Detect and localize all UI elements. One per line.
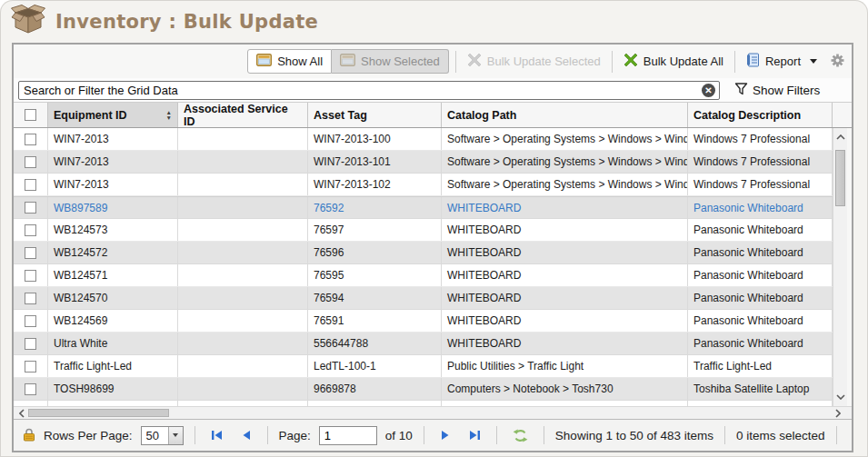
row-checkbox[interactable] — [25, 202, 36, 214]
scroll-left-icon[interactable] — [15, 407, 29, 419]
cell-equipment-id: Ultra White — [48, 333, 178, 354]
search-band: ✕ Show Filters — [14, 78, 852, 103]
table-row[interactable]: Traffic Light-Led LedTL-100-1 Public Uti… — [14, 355, 833, 378]
refresh-button[interactable] — [508, 429, 533, 442]
gear-icon — [831, 54, 844, 70]
row-checkbox[interactable] — [25, 247, 36, 259]
cell-asset-tag: 76597 — [308, 219, 442, 241]
cell-asset-tag: 76595 — [308, 264, 442, 286]
cell-associated-service-id — [178, 174, 308, 195]
footer-separator — [424, 426, 424, 444]
cell-catalog-description: Panasonic Whiteboard — [688, 333, 833, 354]
row-checkbox[interactable] — [25, 361, 36, 373]
cell-catalog-path: Software > Operating Systems > Windows >… — [442, 174, 688, 195]
cell-asset-tag: 76592 — [308, 197, 442, 218]
row-checkbox-cell — [14, 174, 48, 195]
next-page-button[interactable] — [435, 430, 455, 441]
previous-page-button[interactable] — [236, 430, 256, 441]
cell-asset-tag: 9669878 — [308, 378, 442, 400]
horizontal-scroll-thumb[interactable] — [28, 409, 169, 417]
footer-separator — [496, 426, 497, 444]
show-all-grid-icon — [256, 54, 272, 69]
report-notebook-icon — [746, 53, 760, 70]
select-all-checkbox[interactable] — [25, 109, 36, 121]
show-filters-button[interactable]: Show Filters — [734, 82, 820, 98]
cell-catalog-path: WHITEBOARD — [442, 242, 688, 263]
column-header-associated-service-id[interactable]: Associated Service ID — [178, 103, 308, 127]
column-header-catalog-path[interactable]: Catalog Path — [442, 103, 688, 127]
table-row[interactable]: WIN7-2013 WIN7-2013-102 Software > Opera… — [14, 174, 833, 196]
show-filters-label: Show Filters — [753, 84, 820, 97]
items-selected-status: 0 items selected — [736, 429, 825, 442]
cell-catalog-description: Windows 7 Professional — [688, 151, 833, 173]
report-label: Report — [765, 55, 801, 68]
rows-per-page-select[interactable]: 50 — [141, 426, 184, 445]
vertical-scroll-thumb[interactable] — [835, 150, 845, 206]
row-checkbox[interactable] — [25, 134, 36, 145]
bulk-update-selected-button[interactable]: Bulk Update Selected — [463, 50, 605, 73]
row-checkbox[interactable] — [25, 315, 36, 327]
page-label: Page: — [279, 429, 311, 442]
scroll-right-icon[interactable] — [831, 407, 845, 419]
table-row[interactable]: WB124569 76591 WHITEBOARD Panasonic Whit… — [14, 310, 833, 333]
grid-header: Equipment ID ▲▼ Associated Service ID As… — [14, 103, 852, 128]
column-header-equipment-id[interactable]: Equipment ID ▲▼ — [48, 103, 178, 127]
column-header-asset-tag[interactable]: Asset Tag — [308, 103, 442, 127]
table-row[interactable]: WB124572 76596 WHITEBOARD Panasonic Whit… — [14, 242, 833, 264]
horizontal-scrollbar[interactable] — [14, 406, 852, 419]
page-number-input[interactable] — [319, 426, 377, 445]
report-button[interactable]: Report — [742, 50, 822, 73]
show-all-button[interactable]: Show All — [247, 49, 332, 74]
row-checkbox[interactable] — [25, 179, 36, 191]
row-checkbox[interactable] — [25, 383, 36, 395]
scroll-up-icon[interactable] — [833, 130, 847, 144]
row-checkbox[interactable] — [25, 270, 36, 282]
row-checkbox-cell — [14, 287, 48, 309]
toolbar: Show All Show Selected Bulk Update Selec… — [14, 45, 852, 78]
scroll-down-icon[interactable] — [833, 390, 847, 404]
table-row[interactable]: Ultra White 556644788 WHITEBOARD Panason… — [14, 333, 833, 355]
row-checkbox[interactable] — [25, 156, 36, 168]
cell-catalog-path: Computers > Notebook > Tosh730 — [442, 378, 688, 400]
table-row[interactable]: WB124571 76595 WHITEBOARD Panasonic Whit… — [14, 264, 833, 287]
cell-catalog-path: WHITEBOARD — [442, 219, 688, 241]
sort-indicator-icon: ▲▼ — [166, 110, 172, 120]
row-checkbox[interactable] — [25, 338, 36, 350]
cell-associated-service-id — [178, 151, 308, 173]
search-input[interactable] — [18, 81, 720, 100]
cell-catalog-path: WHITEBOARD — [442, 310, 688, 332]
cell-catalog-description: Panasonic Whiteboard — [688, 287, 833, 309]
vertical-scrollbar[interactable] — [833, 128, 847, 406]
showing-items-status: Showing 1 to 50 of 483 items — [555, 429, 713, 442]
page-total-label: of 10 — [385, 429, 413, 442]
bulk-update-selected-icon — [467, 53, 482, 70]
cell-asset-tag: 76594 — [308, 287, 442, 309]
cell-asset-tag: 76591 — [308, 310, 442, 332]
row-checkbox[interactable] — [25, 224, 36, 236]
cell-catalog-path: Software > Operating Systems > Windows >… — [442, 128, 688, 150]
bulk-update-all-button[interactable]: Bulk Update All — [619, 50, 728, 73]
settings-button[interactable] — [831, 54, 844, 70]
cell-catalog-path: WHITEBOARD — [442, 333, 688, 354]
table-row[interactable]: WIN7-2013 WIN7-2013-100 Software > Opera… — [14, 128, 833, 151]
clear-search-icon[interactable]: ✕ — [702, 84, 715, 97]
first-page-button[interactable] — [206, 430, 228, 441]
cell-equipment-id: WIN7-2013 — [48, 174, 178, 195]
cell-associated-service-id — [178, 310, 308, 332]
table-row[interactable]: WB124570 76594 WHITEBOARD Panasonic Whit… — [14, 287, 833, 310]
cell-catalog-description: Windows 7 Professional — [688, 174, 833, 195]
table-row[interactable]: WB124573 76597 WHITEBOARD Panasonic Whit… — [14, 219, 833, 242]
last-page-button[interactable] — [464, 430, 485, 441]
table-row[interactable]: TOSH98699 9669878 Computers > Notebook >… — [14, 378, 833, 401]
cell-associated-service-id — [178, 378, 308, 400]
cell-asset-tag: 556644788 — [308, 333, 442, 354]
row-checkbox[interactable] — [25, 293, 36, 304]
column-header-catalog-description[interactable]: Catalog Description — [688, 103, 833, 127]
cell-equipment-id: WIN7-2013 — [48, 128, 178, 150]
cell-catalog-description: Traffic Light-Led — [688, 355, 833, 377]
cell-associated-service-id — [178, 287, 308, 309]
table-row[interactable]: WB897589 76592 WHITEBOARD Panasonic Whit… — [14, 196, 833, 219]
table-row[interactable]: WIN7-2013 WIN7-2013-101 Software > Opera… — [14, 151, 833, 174]
show-selected-button[interactable]: Show Selected — [332, 49, 449, 74]
row-checkbox-cell — [14, 151, 48, 173]
